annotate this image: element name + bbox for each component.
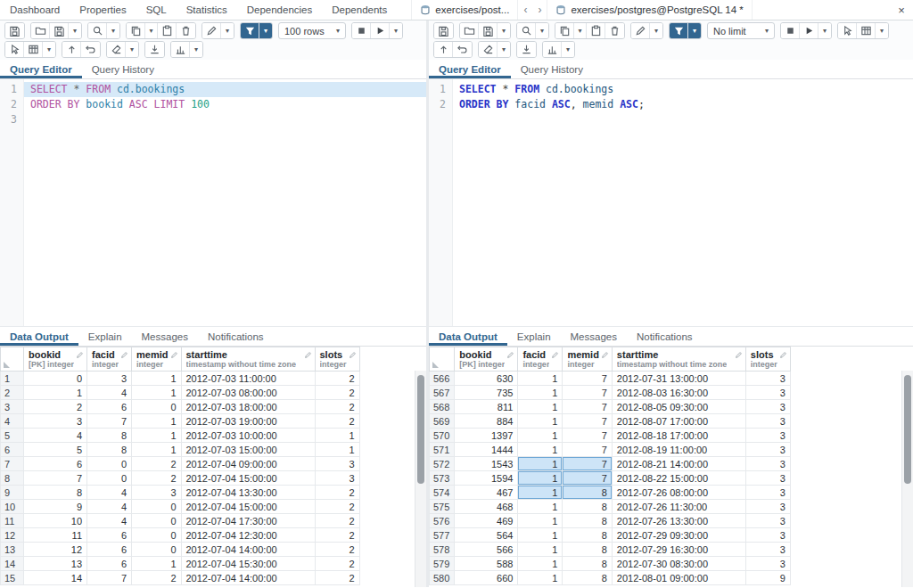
tab-scroll-left-button[interactable]: ‹ — [518, 0, 532, 20]
row-number[interactable]: 577 — [430, 528, 455, 543]
clear-menu-button[interactable]: ▾ — [126, 42, 138, 57]
save-file-menu-button[interactable]: ▾ — [498, 23, 510, 38]
cell-slots[interactable]: 2 — [315, 386, 359, 400]
cell-slots[interactable]: 2 — [315, 372, 359, 386]
cell-starttime[interactable]: 2012-08-22 15:00:00 — [612, 471, 745, 486]
cell-memid[interactable]: 2 — [132, 571, 181, 585]
panel-tab-sql[interactable]: SQL — [136, 0, 177, 20]
tab-query-history[interactable]: Query History — [511, 60, 593, 78]
row-number[interactable]: 4 — [1, 414, 24, 429]
cell-facid[interactable]: 1 — [518, 528, 563, 543]
cell-bookid[interactable]: 468 — [455, 500, 518, 514]
select-all-corner[interactable] — [1, 347, 24, 372]
download-results-button[interactable] — [517, 42, 536, 57]
row-number[interactable]: 575 — [430, 500, 455, 514]
cell-bookid[interactable]: 5 — [24, 443, 87, 457]
cell-facid[interactable]: 0 — [87, 457, 132, 471]
cell-bookid[interactable]: 9 — [24, 500, 87, 514]
cell-memid[interactable]: 1 — [132, 414, 181, 429]
copy-menu-button[interactable]: ▾ — [574, 23, 587, 38]
cell-memid[interactable]: 7 — [563, 372, 612, 386]
execute-menu-button[interactable]: ▾ — [818, 23, 831, 38]
cell-bookid[interactable]: 564 — [455, 528, 518, 543]
pencil-icon[interactable] — [76, 349, 84, 362]
panel-tab-properties[interactable]: Properties — [70, 0, 136, 20]
cell-slots[interactable]: 3 — [745, 528, 790, 543]
cell-memid[interactable]: 0 — [132, 400, 181, 414]
cell-facid[interactable]: 1 — [518, 514, 563, 528]
row-number[interactable]: 567 — [430, 386, 455, 400]
graph-visualiser-menu-button[interactable]: ▾ — [190, 42, 202, 57]
row-number[interactable]: 568 — [430, 400, 455, 414]
column-header-bookid[interactable]: bookid[PK] integer — [24, 347, 87, 372]
cell-slots[interactable]: 2 — [315, 400, 359, 414]
cell-facid[interactable]: 4 — [87, 386, 132, 400]
cell-slots[interactable]: 2 — [315, 571, 359, 585]
cell-starttime[interactable]: 2012-08-07 17:00:00 — [612, 414, 745, 429]
cell-bookid[interactable]: 660 — [455, 571, 518, 585]
tab-explain[interactable]: Explain — [78, 327, 132, 346]
cell-bookid[interactable]: 566 — [455, 543, 518, 557]
scrollbar-thumb[interactable] — [417, 375, 424, 484]
save-file-menu-button[interactable]: ▾ — [69, 23, 81, 38]
clear-menu-button[interactable]: ▾ — [498, 42, 510, 57]
cell-starttime[interactable]: 2012-08-18 17:00:00 — [612, 429, 745, 443]
cell-facid[interactable]: 0 — [87, 471, 132, 486]
select-all-corner[interactable] — [430, 347, 455, 372]
cell-bookid[interactable]: 14 — [24, 571, 87, 585]
cell-starttime[interactable]: 2012-07-03 19:00:00 — [181, 414, 315, 429]
open-file-button[interactable] — [31, 23, 50, 38]
cell-facid[interactable]: 7 — [87, 571, 132, 585]
column-header-facid[interactable]: facidinteger — [518, 347, 563, 372]
cell-memid[interactable]: 1 — [132, 386, 181, 400]
row-number[interactable]: 576 — [430, 514, 455, 528]
cell-slots[interactable]: 3 — [745, 471, 790, 486]
cancel-query-button[interactable] — [352, 23, 371, 38]
cell-memid[interactable]: 8 — [563, 571, 612, 585]
cell-slots[interactable]: 2 — [315, 486, 359, 500]
edit-menu-button[interactable]: ▾ — [650, 23, 662, 38]
cancel-query-button[interactable] — [781, 23, 800, 38]
cell-starttime[interactable]: 2012-07-03 11:00:00 — [181, 372, 315, 386]
pencil-icon[interactable] — [120, 349, 128, 362]
delete-button[interactable] — [605, 23, 624, 38]
panel-tab-dependencies[interactable]: Dependencies — [237, 0, 323, 20]
cell-facid[interactable]: 1 — [518, 457, 563, 471]
table-options-menu-button[interactable]: ▾ — [876, 23, 888, 38]
tab-messages[interactable]: Messages — [132, 327, 198, 346]
row-number[interactable]: 6 — [1, 443, 24, 457]
row-number[interactable]: 12 — [1, 528, 24, 543]
find-button[interactable] — [88, 23, 107, 38]
cell-memid[interactable]: 1 — [132, 557, 181, 571]
row-limit-select[interactable]: 100 rows▾ — [278, 22, 346, 39]
cell-memid[interactable]: 8 — [563, 486, 612, 500]
cell-starttime[interactable]: 2012-07-04 15:30:00 — [181, 557, 315, 571]
cell-bookid[interactable]: 0 — [24, 372, 87, 386]
cell-slots[interactable]: 3 — [745, 386, 790, 400]
cell-bookid[interactable]: 6 — [24, 457, 87, 471]
cell-facid[interactable]: 1 — [518, 557, 563, 571]
pencil-icon[interactable] — [779, 349, 787, 362]
row-number[interactable]: 10 — [1, 500, 24, 514]
column-header-starttime[interactable]: starttimetimestamp without time zone — [181, 347, 315, 372]
copy-button[interactable] — [555, 23, 574, 38]
cell-memid[interactable]: 7 — [563, 429, 612, 443]
tab-query-history[interactable]: Query History — [82, 60, 164, 78]
row-number[interactable]: 7 — [1, 457, 24, 471]
cell-slots[interactable]: 1 — [315, 429, 359, 443]
row-number[interactable]: 573 — [430, 471, 455, 486]
row-number[interactable]: 14 — [1, 557, 24, 571]
table-options-menu-button[interactable]: ▾ — [43, 42, 55, 57]
cell-bookid[interactable]: 2 — [24, 400, 87, 414]
cell-slots[interactable]: 2 — [315, 557, 359, 571]
cell-slots[interactable]: 3 — [745, 400, 790, 414]
cell-starttime[interactable]: 2012-08-05 09:30:00 — [612, 400, 745, 414]
commit-button[interactable] — [62, 42, 81, 57]
commit-button[interactable] — [434, 42, 453, 57]
edit-button[interactable] — [202, 23, 221, 38]
tab-query-editor[interactable]: Query Editor — [0, 60, 82, 78]
tab-data-output[interactable]: Data Output — [429, 327, 507, 346]
pencil-icon[interactable] — [304, 349, 312, 362]
row-number[interactable]: 579 — [430, 557, 455, 571]
row-number[interactable]: 3 — [1, 400, 24, 414]
